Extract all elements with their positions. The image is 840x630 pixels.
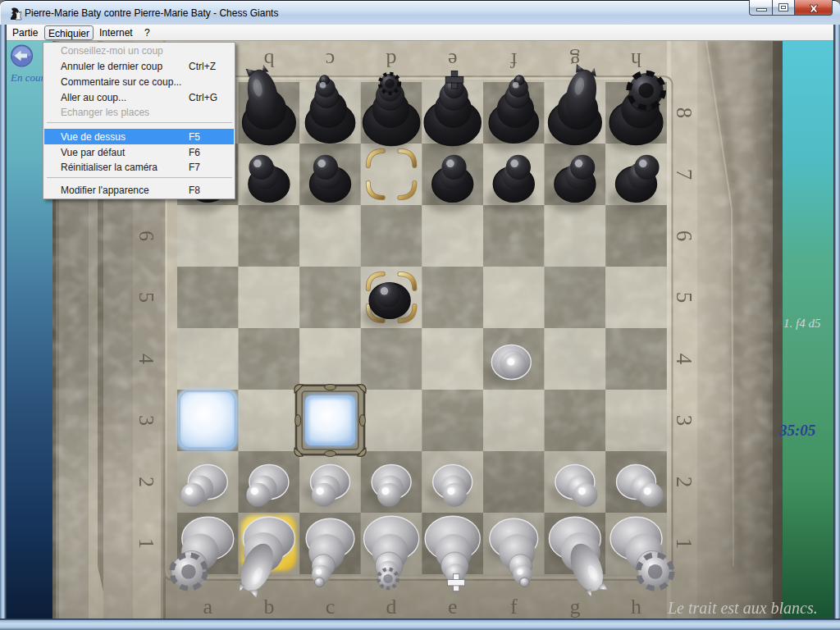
svg-text:6: 6 — [135, 231, 158, 241]
svg-text:4: 4 — [672, 354, 696, 365]
svg-text:1. f4 d5: 1. f4 d5 — [783, 317, 821, 330]
svg-text:c: c — [326, 48, 336, 72]
svg-text:c: c — [326, 595, 336, 619]
svg-text:8: 8 — [672, 107, 696, 119]
svg-text:5: 5 — [672, 292, 696, 304]
svg-text:1: 1 — [135, 538, 158, 549]
svg-text:4: 4 — [135, 354, 158, 364]
svg-text:d: d — [386, 595, 397, 619]
svg-text:6: 6 — [672, 231, 696, 242]
svg-text:g: g — [569, 595, 580, 619]
svg-text:3: 3 — [135, 415, 158, 426]
svg-text:e: e — [448, 595, 458, 619]
svg-text:b: b — [263, 595, 274, 619]
svg-text:7: 7 — [672, 169, 696, 180]
svg-text:h: h — [631, 595, 641, 619]
svg-text:h: h — [631, 48, 641, 72]
svg-text:Le trait est aux blancs.: Le trait est aux blancs. — [667, 599, 818, 617]
svg-text:a: a — [203, 595, 213, 619]
svg-text:35:05: 35:05 — [778, 422, 816, 439]
svg-text:3: 3 — [672, 415, 696, 427]
svg-text:f: f — [510, 595, 518, 619]
svg-text:1: 1 — [672, 538, 696, 550]
svg-text:2: 2 — [135, 477, 158, 487]
svg-text:d: d — [386, 48, 397, 72]
svg-text:5: 5 — [135, 292, 158, 303]
svg-text:2: 2 — [672, 477, 696, 488]
svg-text:f: f — [510, 48, 518, 72]
svg-text:e: e — [448, 48, 458, 72]
